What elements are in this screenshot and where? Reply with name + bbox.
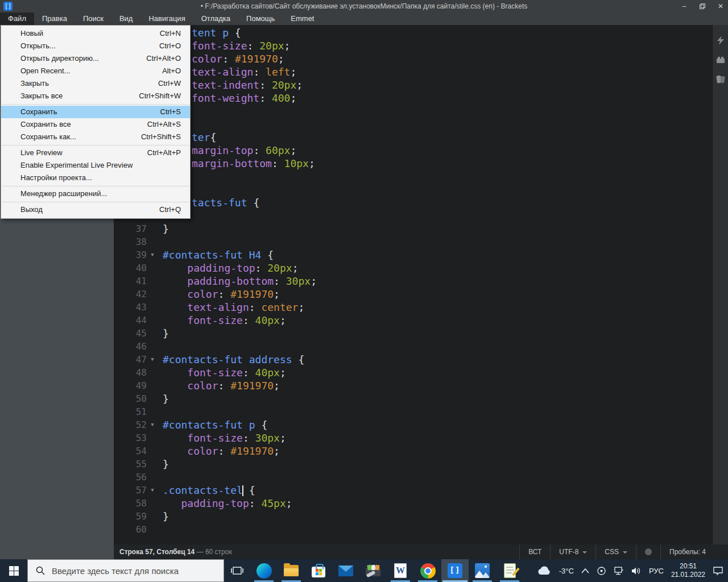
taskbar-search[interactable] [27, 559, 224, 582]
menubar-item[interactable]: Правка [34, 13, 75, 25]
code-line[interactable]: 42color: #191970; [114, 288, 728, 301]
code-line[interactable]: 34 [114, 183, 728, 196]
menubar-item[interactable]: Emmet [283, 13, 322, 25]
code-line[interactable]: 48font-size: 40px; [114, 366, 728, 379]
code-line[interactable]: 44font-size: 40px; [114, 314, 728, 327]
menubar-item[interactable]: Помощь [238, 13, 283, 25]
taskbar-app-mail[interactable] [332, 559, 359, 582]
menubar-item[interactable]: Файл [0, 13, 34, 25]
fold-arrow-icon[interactable]: ▼ [147, 484, 158, 497]
menubar-item[interactable]: Отладка [193, 13, 238, 25]
code-line[interactable]: 53font-size: 30px; [114, 431, 728, 444]
code-line[interactable]: 43text-align: center; [114, 301, 728, 314]
menu-item-label: Закрыть все [1, 90, 63, 102]
clock[interactable]: 20:51 21.01.2022 [671, 562, 705, 579]
code-line[interactable]: 52▼#contacts-fut p { [114, 418, 728, 431]
insert-mode-indicator[interactable]: ВСТ [519, 544, 550, 559]
file-menu-item[interactable]: Открыть директорию...Ctrl+Alt+O [1, 52, 190, 65]
code-line[interactable]: 54color: #191970; [114, 444, 728, 458]
file-menu-item[interactable]: Настройки проекта... [1, 172, 190, 184]
code-line[interactable]: 58padding-top: 45px; [114, 497, 728, 510]
code-line[interactable]: 59} [114, 510, 728, 523]
code-line[interactable]: 32margin-bottom: 10px; [114, 157, 728, 170]
file-menu-item[interactable]: Open Recent...Alt+O [1, 65, 190, 77]
fold-arrow-icon[interactable]: ▼ [147, 248, 158, 261]
menubar-item[interactable]: Поиск [75, 13, 111, 25]
code-line[interactable]: 57▼.contacts-tel { [114, 484, 728, 497]
minimize-icon[interactable]: – [680, 0, 688, 13]
code-line[interactable]: 49color: #191970; [114, 379, 728, 392]
code-line[interactable]: 33 [114, 170, 728, 183]
encoding-select[interactable]: UTF-8 [550, 544, 595, 559]
live-preview-icon[interactable] [715, 35, 726, 45]
code-line[interactable]: 45} [114, 327, 728, 340]
code-line[interactable]: 24color: #191970; [114, 52, 728, 65]
tags-icon[interactable] [715, 74, 726, 84]
code-line[interactable]: 27font-weight: 400; [114, 92, 728, 105]
code-line[interactable]: 35tacts-fut { [114, 196, 728, 209]
fold-arrow-icon[interactable]: ▼ [147, 353, 158, 366]
file-menu-item[interactable]: ЗакрытьCtrl+W [1, 77, 190, 90]
notification-center-icon[interactable] [713, 566, 723, 576]
code-line[interactable]: 25text-align: left; [114, 65, 728, 78]
taskbar-app-file-manager[interactable] [359, 559, 387, 582]
code-line[interactable]: 30ter{ [114, 131, 728, 144]
temperature-label[interactable]: -3°C [559, 567, 574, 575]
file-menu-item[interactable]: Live PreviewCtrl+Alt+P [1, 147, 190, 159]
code-line[interactable]: 56 [114, 471, 728, 484]
code-line[interactable]: 51 [114, 405, 728, 418]
file-menu-item[interactable]: Enable Experimental Live Preview [1, 159, 190, 172]
code-line[interactable]: 26text-indent: 20px; [114, 78, 728, 92]
file-menu-item[interactable]: Открыть...Ctrl+O [1, 40, 190, 52]
spaces-indicator[interactable]: Пробелы: 4 [660, 544, 714, 559]
code-line[interactable]: 41padding-bottom: 30px; [114, 275, 728, 288]
code-line[interactable]: 55} [114, 458, 728, 471]
lint-status[interactable] [636, 544, 660, 559]
code-line[interactable]: 46 [114, 340, 728, 353]
close-icon[interactable]: ✕ [717, 0, 725, 13]
code-line[interactable]: 39▼#contacts-fut H4 { [114, 248, 728, 261]
file-menu-item[interactable]: ВыходCtrl+Q [1, 203, 190, 216]
file-menu-item[interactable]: СохранитьCtrl+S [1, 106, 190, 118]
extension-manager-icon[interactable] [715, 55, 726, 65]
file-menu-item[interactable]: Сохранить как...Ctrl+Shift+S [1, 131, 190, 143]
network-icon[interactable] [614, 567, 624, 575]
language-select[interactable]: CSS [595, 544, 636, 559]
code-line[interactable]: 22tent p { [114, 26, 728, 39]
code-line[interactable]: 28 [114, 105, 728, 118]
file-menu-item[interactable]: НовыйCtrl+N [1, 27, 190, 40]
file-menu-item[interactable]: Сохранить всеCtrl+Alt+S [1, 118, 190, 131]
restore-icon[interactable] [700, 3, 705, 9]
menubar-item[interactable]: Навигация [140, 13, 193, 25]
file-menu-item[interactable]: Менеджер расширений... [1, 188, 190, 200]
volume-icon[interactable] [631, 567, 642, 575]
code-line[interactable]: 40padding-top: 20px; [114, 261, 728, 275]
start-button[interactable] [0, 559, 27, 582]
code-line[interactable]: 50} [114, 392, 728, 405]
taskbar-app-edge[interactable] [250, 559, 278, 582]
task-view-button[interactable] [224, 559, 250, 582]
taskbar-app-word[interactable]: W [387, 559, 414, 582]
code-line[interactable]: 38 [114, 235, 728, 248]
tray-expand-chevron-icon[interactable] [581, 568, 589, 573]
code-line[interactable]: 36 [114, 209, 728, 222]
meet-now-icon[interactable] [597, 566, 606, 576]
code-line[interactable]: 37} [114, 222, 728, 235]
taskbar-app-photos[interactable] [469, 559, 496, 582]
taskbar-app-store[interactable] [305, 559, 332, 582]
editor-pane[interactable]: 22tent p {23font-size: 20px;24color: #19… [114, 25, 728, 544]
language-indicator[interactable]: РУС [649, 567, 664, 575]
code-line[interactable]: 29 [114, 118, 728, 131]
taskbar-app-chrome[interactable] [414, 559, 441, 582]
code-line[interactable]: 47▼#contacts-fut address { [114, 353, 728, 366]
taskbar-app-explorer[interactable] [278, 559, 305, 582]
code-line[interactable]: 23font-size: 20px; [114, 39, 728, 52]
file-menu-item[interactable]: Закрыть всеCtrl+Shift+W [1, 90, 190, 102]
taskbar-app-notepadpp[interactable] [496, 559, 523, 582]
search-input[interactable] [52, 566, 211, 576]
taskbar-app-brackets[interactable]: [] [441, 559, 469, 582]
code-line[interactable]: 31margin-top: 60px; [114, 144, 728, 157]
menubar-item[interactable]: Вид [111, 13, 141, 25]
fold-arrow-icon[interactable]: ▼ [147, 418, 158, 431]
code-line[interactable]: 60 [114, 523, 728, 536]
